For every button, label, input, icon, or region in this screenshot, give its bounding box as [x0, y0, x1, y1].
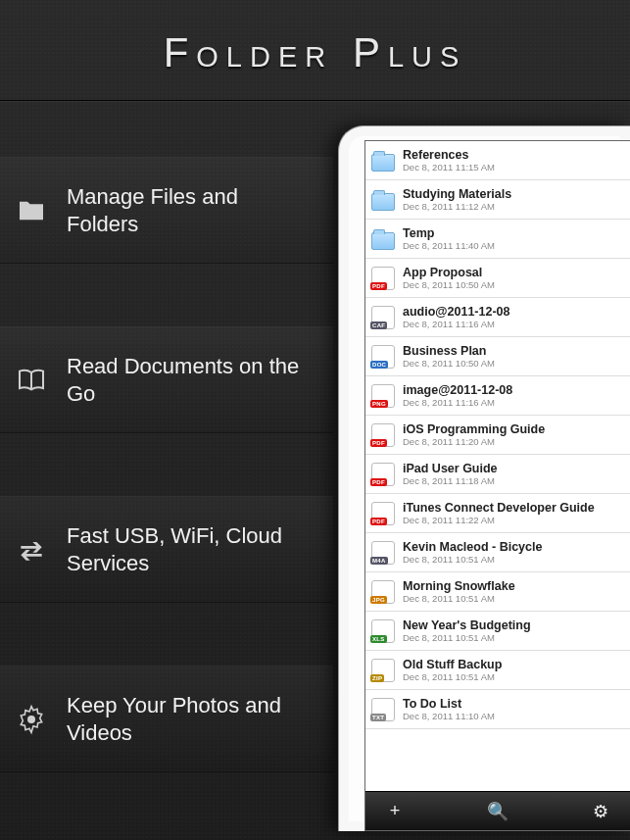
- file-icon: [371, 541, 395, 565]
- feature-item: Read Documents on the Go: [0, 326, 333, 433]
- file-timestamp: Dec 8, 2011 10:51 AM: [403, 554, 542, 565]
- file-row[interactable]: iOS Programming GuideDec 8, 2011 11:20 A…: [365, 416, 630, 455]
- file-timestamp: Dec 8, 2011 11:40 AM: [403, 240, 495, 251]
- file-timestamp: Dec 8, 2011 11:16 AM: [403, 397, 512, 408]
- bottom-toolbar: + 🔍 ⚙: [365, 791, 630, 830]
- file-name: image@2011-12-08: [403, 383, 512, 397]
- file-list: ReferencesDec 8, 2011 11:15 AMStudying M…: [365, 141, 630, 791]
- search-button[interactable]: 🔍: [486, 801, 509, 822]
- file-icon: [371, 502, 395, 525]
- file-icon: [371, 580, 395, 604]
- file-timestamp: Dec 8, 2011 11:12 AM: [403, 201, 511, 212]
- file-icon: [371, 345, 395, 369]
- file-timestamp: Dec 8, 2011 11:18 AM: [403, 475, 498, 486]
- file-row[interactable]: App ProposalDec 8, 2011 10:50 AM: [365, 259, 630, 298]
- folder-row[interactable]: ReferencesDec 8, 2011 11:15 AM: [365, 141, 630, 180]
- file-name: App Proposal: [403, 266, 495, 279]
- file-name: Temp: [403, 226, 495, 240]
- file-timestamp: Dec 8, 2011 11:20 AM: [403, 436, 545, 447]
- file-row[interactable]: Kevin Macleod - BicycleDec 8, 2011 10:51…: [365, 533, 630, 572]
- file-icon: [371, 463, 395, 486]
- file-name: iTunes Connect Developer Guide: [403, 501, 595, 515]
- file-name: References: [403, 148, 495, 162]
- feature-item: Fast USB, WiFi, Cloud Services: [0, 496, 333, 603]
- file-icon: [371, 384, 395, 408]
- file-icon: [371, 659, 395, 682]
- folder-row[interactable]: TempDec 8, 2011 11:40 AM: [365, 220, 630, 259]
- file-name: audio@2011-12-08: [403, 305, 509, 319]
- file-timestamp: Dec 8, 2011 10:50 AM: [403, 279, 495, 290]
- file-row[interactable]: To Do ListDec 8, 2011 11:10 AM: [365, 690, 630, 729]
- file-name: iPad User Guide: [403, 462, 498, 475]
- add-button[interactable]: +: [383, 801, 407, 821]
- file-name: Studying Materials: [403, 187, 511, 201]
- feature-label: Read Documents on the Go: [67, 353, 314, 407]
- file-timestamp: Dec 8, 2011 11:10 AM: [403, 711, 495, 721]
- file-row[interactable]: Old Stuff BackupDec 8, 2011 10:51 AM: [365, 651, 630, 690]
- folder-icon: [371, 193, 395, 211]
- file-icon: [371, 306, 395, 329]
- file-name: Old Stuff Backup: [403, 658, 502, 671]
- file-name: New Year's Budgeting: [403, 618, 531, 632]
- feature-item: Manage Files and Folders: [0, 157, 333, 264]
- book-icon: [14, 363, 49, 398]
- folder-icon: [14, 193, 49, 228]
- file-timestamp: Dec 8, 2011 11:22 AM: [403, 515, 595, 525]
- file-row[interactable]: image@2011-12-08Dec 8, 2011 11:16 AM: [365, 376, 630, 416]
- settings-button[interactable]: ⚙: [589, 801, 612, 822]
- file-icon: [371, 698, 395, 721]
- folder-row[interactable]: Studying MaterialsDec 8, 2011 11:12 AM: [365, 180, 630, 220]
- file-timestamp: Dec 8, 2011 11:15 AM: [403, 162, 495, 173]
- file-row[interactable]: iTunes Connect Developer GuideDec 8, 201…: [365, 494, 630, 533]
- transfer-icon: [14, 532, 49, 568]
- device-screen: ReferencesDec 8, 2011 11:15 AMStudying M…: [364, 140, 630, 831]
- gear-icon: [14, 702, 49, 737]
- file-timestamp: Dec 8, 2011 10:51 AM: [403, 593, 515, 604]
- file-timestamp: Dec 8, 2011 11:16 AM: [403, 319, 509, 329]
- feature-list: Manage Files and FoldersRead Documents o…: [0, 157, 333, 835]
- file-name: iOS Programming Guide: [403, 422, 545, 436]
- folder-icon: [371, 232, 395, 250]
- file-icon: [371, 619, 395, 643]
- file-icon: [371, 267, 395, 290]
- file-icon: [371, 423, 395, 447]
- file-row[interactable]: iPad User GuideDec 8, 2011 11:18 AM: [365, 455, 630, 494]
- feature-item: Keep Your Photos and Videos: [0, 666, 333, 772]
- file-timestamp: Dec 8, 2011 10:51 AM: [403, 671, 502, 682]
- feature-label: Manage Files and Folders: [67, 183, 314, 237]
- file-timestamp: Dec 8, 2011 10:50 AM: [403, 358, 495, 369]
- folder-icon: [371, 154, 395, 172]
- file-row[interactable]: audio@2011-12-08Dec 8, 2011 11:16 AM: [365, 298, 630, 337]
- file-name: Morning Snowflake: [403, 579, 515, 593]
- file-row[interactable]: Business PlanDec 8, 2011 10:50 AM: [365, 337, 630, 376]
- file-timestamp: Dec 8, 2011 10:51 AM: [403, 632, 531, 643]
- file-name: Business Plan: [403, 344, 495, 358]
- feature-label: Keep Your Photos and Videos: [67, 692, 314, 746]
- file-name: Kevin Macleod - Bicycle: [403, 540, 542, 554]
- file-row[interactable]: New Year's BudgetingDec 8, 2011 10:51 AM: [365, 612, 630, 651]
- device-mockup: ReferencesDec 8, 2011 11:15 AMStudying M…: [338, 125, 630, 831]
- svg-point-0: [27, 716, 35, 723]
- page-title: Folder Plus: [0, 0, 630, 101]
- file-row[interactable]: Morning SnowflakeDec 8, 2011 10:51 AM: [365, 572, 630, 612]
- file-name: To Do List: [403, 697, 495, 711]
- feature-label: Fast USB, WiFi, Cloud Services: [67, 522, 314, 576]
